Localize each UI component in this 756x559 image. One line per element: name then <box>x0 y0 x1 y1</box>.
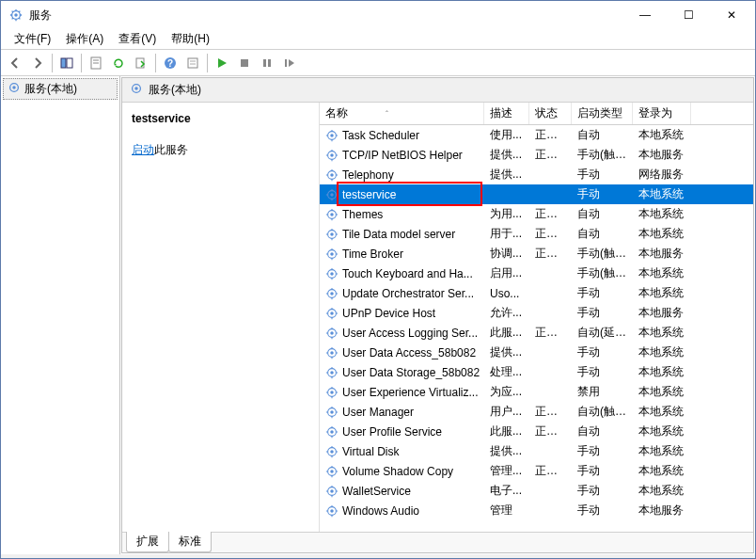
sort-indicator-icon: ˆ <box>386 109 388 119</box>
separator <box>207 54 208 72</box>
service-row[interactable]: Telephony提供...手动网络服务 <box>320 165 753 184</box>
pause-service-button[interactable] <box>257 53 277 73</box>
restart-service-button[interactable] <box>279 53 300 73</box>
service-name: Volume Shadow Copy <box>342 465 453 478</box>
service-startup: 自动 <box>572 422 633 441</box>
separator <box>155 54 156 72</box>
service-row[interactable]: User Data Access_58b082提供...手动本地系统 <box>320 343 753 362</box>
separator <box>81 54 82 72</box>
minimize-button[interactable]: — <box>623 1 667 29</box>
service-row[interactable]: Virtual Disk提供...手动本地系统 <box>320 441 753 461</box>
svg-point-20 <box>134 87 138 90</box>
column-name[interactable]: 名称ˆ <box>320 103 484 124</box>
service-row[interactable]: User Manager用户...正在...自动(触发...本地系统 <box>320 402 753 422</box>
service-gear-icon <box>325 485 339 498</box>
svg-point-36 <box>330 272 334 276</box>
service-description: 为应... <box>484 382 529 402</box>
svg-point-42 <box>330 331 334 335</box>
menubar: 文件(F) 操作(A) 查看(V) 帮助(H) <box>1 29 755 50</box>
service-status <box>529 351 572 355</box>
svg-rect-16 <box>285 59 287 67</box>
service-row[interactable]: Themes为用...正在...自动本地系统 <box>320 204 753 224</box>
svg-rect-3 <box>67 58 72 68</box>
window-title: 服务 <box>29 8 623 24</box>
svg-rect-2 <box>61 58 66 68</box>
service-row[interactable]: Volume Shadow Copy管理...正在...手动本地系统 <box>320 461 753 481</box>
service-row[interactable]: Time Broker协调...正在...手动(触发...本地服务 <box>320 244 753 264</box>
service-description: 提供... <box>484 441 529 461</box>
menu-action[interactable]: 操作(A) <box>58 29 111 49</box>
service-status: 正在... <box>529 402 572 422</box>
export-button[interactable] <box>131 53 151 73</box>
service-name: Tile Data model server <box>342 228 455 241</box>
service-row[interactable]: WalletService电子...手动本地系统 <box>320 481 753 501</box>
back-button[interactable] <box>5 53 25 73</box>
app-icon <box>8 8 24 23</box>
start-service-button[interactable] <box>212 53 232 73</box>
svg-point-24 <box>330 153 334 157</box>
column-description[interactable]: 描述 <box>484 103 529 124</box>
service-row[interactable]: User Experience Virtualiz...为应...禁用本地系统 <box>320 382 753 402</box>
service-row[interactable]: Update Orchestrator Ser...Uso...手动本地系统 <box>320 283 753 303</box>
service-description: 使用... <box>484 125 529 145</box>
service-startup: 自动 <box>572 204 633 224</box>
service-row[interactable]: Windows Audio管理手动本地服务 <box>320 501 753 520</box>
tab-extended[interactable]: 扩展 <box>126 532 169 552</box>
service-status <box>529 450 572 454</box>
start-service-link[interactable]: 启动 <box>132 143 154 156</box>
service-description: 为用... <box>484 204 529 224</box>
close-button[interactable]: ✕ <box>710 1 753 29</box>
service-gear-icon <box>325 504 339 518</box>
service-gear-icon <box>325 406 339 419</box>
service-startup: 手动(触发... <box>572 244 633 264</box>
service-name: Telephony <box>342 168 394 182</box>
show-help-button[interactable] <box>182 53 203 73</box>
service-row[interactable]: Touch Keyboard and Ha...启用...手动(触发...本地系… <box>320 264 753 283</box>
service-row[interactable]: Task Scheduler使用...正在...自动本地系统 <box>320 125 753 145</box>
column-logon[interactable]: 登录为 <box>633 103 691 124</box>
service-logon: 本地系统 <box>633 461 691 481</box>
stop-service-button[interactable] <box>234 53 255 73</box>
service-status <box>529 272 572 276</box>
svg-point-56 <box>330 470 334 473</box>
service-logon: 本地服务 <box>633 244 691 264</box>
service-name: User Profile Service <box>342 425 442 439</box>
service-startup: 手动 <box>572 165 633 184</box>
svg-point-50 <box>330 410 334 414</box>
content-panel: 服务(本地) testservice 启动此服务 名称ˆ 描述 状态 启动类型 … <box>121 77 754 553</box>
show-hide-tree-button[interactable] <box>56 53 77 73</box>
service-list[interactable]: Task Scheduler使用...正在...自动本地系统TCP/IP Net… <box>320 125 753 532</box>
gear-icon <box>8 81 21 97</box>
menu-view[interactable]: 查看(V) <box>111 29 164 49</box>
service-logon: 本地服务 <box>633 501 691 520</box>
properties-button[interactable] <box>86 53 106 73</box>
menu-file[interactable]: 文件(F) <box>7 29 58 49</box>
service-name: Touch Keyboard and Ha... <box>342 267 473 280</box>
maximize-button[interactable]: ☐ <box>667 1 710 29</box>
help-button[interactable]: ? <box>160 53 181 73</box>
svg-point-32 <box>330 232 334 236</box>
column-status[interactable]: 状态 <box>529 103 572 124</box>
gear-icon <box>130 82 143 98</box>
tree-item-services-local[interactable]: 服务(本地) <box>3 78 118 100</box>
service-startup: 手动 <box>572 441 633 461</box>
service-logon: 本地系统 <box>633 481 691 501</box>
service-row[interactable]: User Profile Service此服...正在...自动本地系统 <box>320 422 753 441</box>
tab-standard[interactable]: 标准 <box>168 532 212 552</box>
service-row[interactable]: UPnP Device Host允许...手动本地服务 <box>320 303 753 323</box>
column-startup[interactable]: 启动类型 <box>572 103 633 124</box>
service-row[interactable]: TCP/IP NetBIOS Helper提供...正在...手动(触发...本… <box>320 145 753 165</box>
service-status: 正在... <box>529 323 572 343</box>
tree-item-label: 服务(本地) <box>24 81 77 97</box>
forward-button[interactable] <box>27 53 48 73</box>
service-row[interactable]: testservice手动本地系统 <box>320 184 753 204</box>
svg-point-1 <box>14 13 18 17</box>
service-row[interactable]: User Data Storage_58b082处理...手动本地系统 <box>320 362 753 382</box>
service-gear-icon <box>325 129 339 142</box>
refresh-button[interactable] <box>108 53 129 73</box>
service-logon: 本地系统 <box>633 343 691 362</box>
service-row[interactable]: Tile Data model server用于...正在...自动本地系统 <box>320 224 753 244</box>
service-gear-icon <box>325 445 339 458</box>
menu-help[interactable]: 帮助(H) <box>164 29 217 49</box>
service-row[interactable]: User Access Logging Ser...此服...正在...自动(延… <box>320 323 753 343</box>
